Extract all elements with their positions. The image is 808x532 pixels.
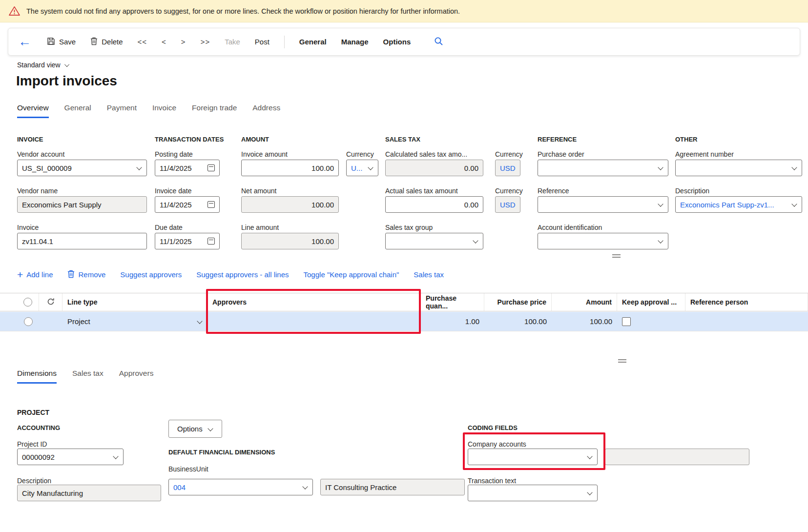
tab-foreign-trade[interactable]: Foreign trade xyxy=(192,103,237,118)
business-unit-label: BusinessUnit xyxy=(168,465,208,473)
actual-sales-tax-label: Actual sales tax amount xyxy=(385,187,458,195)
search-button[interactable] xyxy=(434,37,443,47)
tab-overview[interactable]: Overview xyxy=(17,103,49,118)
business-unit-input[interactable]: 004 xyxy=(168,479,313,495)
invoice-number-input[interactable]: zv11.04.1 xyxy=(17,233,147,249)
due-date-value: 11/1/2025 xyxy=(160,237,205,246)
calendar-icon[interactable] xyxy=(207,238,215,245)
agreement-number-input[interactable] xyxy=(675,160,802,176)
amount-cell[interactable]: 100.00 xyxy=(552,312,617,331)
company-accounts-input[interactable] xyxy=(468,449,598,465)
section-header-sales-tax: SALES TAX xyxy=(385,136,420,143)
tab-address[interactable]: Address xyxy=(252,103,280,118)
refresh-cell[interactable] xyxy=(39,293,62,311)
actual-sales-tax-input[interactable]: 0.00 xyxy=(385,196,483,213)
column-header-purchase-quantity[interactable]: Purchase quan... xyxy=(421,293,484,311)
column-header-approvers[interactable]: Approvers xyxy=(207,293,421,311)
posting-date-input[interactable]: 11/4/2025 xyxy=(155,160,220,176)
column-header-purchase-price[interactable]: Purchase price xyxy=(484,293,552,311)
tab-payment[interactable]: Payment xyxy=(107,103,137,118)
grid-row-selected[interactable]: Project 1.00 100.00 100.00 xyxy=(0,312,808,331)
toggle-keep-approval-chain-label: Toggle "Keep approval chain" xyxy=(304,270,399,279)
sales-tax-group-input[interactable] xyxy=(385,233,483,249)
due-date-input[interactable]: 11/1/2025 xyxy=(155,233,220,249)
options-dropdown-button[interactable]: Options xyxy=(168,420,222,438)
project-id-input[interactable]: 00000092 xyxy=(17,449,124,465)
row-select-radio[interactable] xyxy=(24,317,33,326)
post-button[interactable]: Post xyxy=(255,38,269,46)
remove-label: Remove xyxy=(78,270,105,279)
keep-approval-checkbox[interactable] xyxy=(622,317,631,326)
transaction-text-input[interactable] xyxy=(468,485,598,501)
suggest-approvers-button[interactable]: Suggest approvers xyxy=(120,270,182,279)
purchase-order-input[interactable] xyxy=(538,160,668,176)
toggle-keep-approval-chain-button[interactable]: Toggle "Keep approval chain" xyxy=(304,270,399,279)
purchase-price-cell[interactable]: 100.00 xyxy=(484,312,552,331)
line-type-value: Project xyxy=(67,317,90,326)
chevron-down-icon xyxy=(587,454,593,459)
description-value: Exconomics Part Supp-zv1... xyxy=(680,201,789,209)
invoice-amount-input[interactable]: 100.00 xyxy=(241,160,339,176)
previous-record-button[interactable]: < xyxy=(162,38,166,46)
account-identification-label: Account identification xyxy=(538,224,602,231)
invoice-date-label: Invoice date xyxy=(155,187,192,195)
chevron-down-icon xyxy=(303,485,308,490)
column-header-reference-person[interactable]: Reference person xyxy=(685,293,808,311)
column-header-keep-approval[interactable]: Keep approval ... xyxy=(617,293,685,311)
menu-general[interactable]: General xyxy=(299,38,327,46)
select-all-radio[interactable] xyxy=(23,298,32,307)
currency-label: Currency xyxy=(346,150,374,158)
add-line-button[interactable]: + Add line xyxy=(17,269,53,280)
tab-invoice[interactable]: Invoice xyxy=(152,103,176,118)
suggest-approvers-all-lines-button[interactable]: Suggest approvers - all lines xyxy=(196,270,289,279)
currency-input[interactable]: U... xyxy=(346,160,378,176)
currency-label: Currency xyxy=(495,187,523,195)
section-header-transaction-dates: TRANSACTION DATES xyxy=(155,136,224,143)
reference-input[interactable] xyxy=(538,196,668,213)
calendar-icon[interactable] xyxy=(207,201,215,208)
keep-approval-cell[interactable] xyxy=(617,312,685,331)
tab-general[interactable]: General xyxy=(64,103,91,118)
tab-sales-tax[interactable]: Sales tax xyxy=(72,369,104,384)
last-record-button[interactable]: >> xyxy=(201,38,210,46)
purchase-quantity-cell[interactable]: 1.00 xyxy=(421,312,484,331)
line-type-cell[interactable]: Project xyxy=(62,312,207,331)
net-amount-input: 100.00 xyxy=(241,196,339,213)
tab-label: Invoice xyxy=(152,103,176,112)
remove-button[interactable]: Remove xyxy=(67,270,105,280)
tab-dimensions[interactable]: Dimensions xyxy=(17,369,57,384)
next-record-button[interactable]: > xyxy=(181,38,186,46)
chevron-down-icon xyxy=(658,202,663,207)
tab-approvers[interactable]: Approvers xyxy=(119,369,154,384)
net-amount-label: Net amount xyxy=(241,187,276,195)
save-icon xyxy=(47,37,55,47)
menu-options[interactable]: Options xyxy=(383,38,411,46)
column-header-amount[interactable]: Amount xyxy=(552,293,617,311)
page-title: Import invoices xyxy=(16,73,117,89)
invoice-date-input[interactable]: 11/4/2025 xyxy=(155,196,220,213)
column-header-line-type[interactable]: Line type xyxy=(62,293,207,311)
sales-tax-button[interactable]: Sales tax xyxy=(414,270,444,279)
currency-value: U... xyxy=(351,164,365,172)
save-button[interactable]: Save xyxy=(47,37,76,47)
calendar-icon[interactable] xyxy=(207,164,215,171)
menu-manage[interactable]: Manage xyxy=(341,38,369,46)
save-label: Save xyxy=(59,38,76,46)
description-input[interactable]: Exconomics Part Supp-zv1... xyxy=(675,196,802,213)
column-label: Reference person xyxy=(690,298,748,306)
first-record-button[interactable]: << xyxy=(138,38,147,46)
approvers-cell[interactable] xyxy=(207,312,421,331)
delete-button[interactable]: Delete xyxy=(90,37,123,47)
row-select-cell[interactable] xyxy=(17,312,39,331)
warning-message: The system could not find any approvers … xyxy=(26,7,460,15)
view-selector[interactable]: Standard view xyxy=(17,61,70,69)
account-identification-input[interactable] xyxy=(538,233,668,249)
splitter-grip[interactable] xyxy=(612,254,621,258)
delete-label: Delete xyxy=(102,38,123,46)
select-all-cell[interactable] xyxy=(17,293,39,311)
column-label: Purchase quan... xyxy=(426,294,479,310)
splitter-grip[interactable] xyxy=(618,359,626,363)
vendor-account-input[interactable]: US_SI_000009 xyxy=(17,160,147,176)
reference-person-cell[interactable] xyxy=(685,312,808,331)
back-button[interactable]: ← xyxy=(18,35,31,48)
